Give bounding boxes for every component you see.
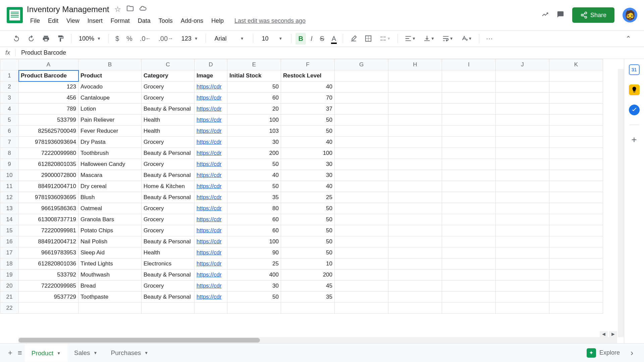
cell[interactable]: Beauty & Personal [142,292,195,303]
cell[interactable]: 30 [227,137,281,148]
cell[interactable]: Beauty & Personal [142,170,195,181]
collapse-sidepanel-button[interactable]: › [625,348,639,358]
cell[interactable]: Restock Level [281,70,335,81]
add-addon-icon[interactable]: + [629,134,640,145]
cell[interactable]: Oatmeal [78,203,142,214]
cell[interactable]: Lotion [78,104,142,115]
comments-icon[interactable] [557,10,564,20]
menu-addons[interactable]: Add-ons [177,16,207,26]
cell[interactable]: https://cdr [195,126,227,137]
user-avatar[interactable]: 🧔 [623,8,637,22]
cell[interactable]: Electronics [142,258,195,269]
cell[interactable]: https://cdr [195,236,227,247]
column-header-D[interactable]: D [195,59,227,70]
cell[interactable]: 40 [227,170,281,181]
cell[interactable]: https://cdr [195,148,227,159]
cell[interactable]: Grocery [142,159,195,170]
cell[interactable] [388,292,442,303]
cell[interactable]: 50 [227,181,281,192]
column-header-C[interactable]: C [142,59,195,70]
borders-button[interactable] [362,33,375,44]
cell[interactable]: 40 [281,81,335,93]
cell[interactable] [549,214,603,225]
menu-view[interactable]: View [63,16,83,26]
cell[interactable]: 789 [19,104,78,115]
increase-decimal-button[interactable]: .00→ [156,33,176,45]
cell[interactable]: 50 [281,203,335,214]
cell[interactable] [549,292,603,303]
cell[interactable] [335,303,388,314]
cell[interactable] [335,115,388,126]
cell[interactable]: Grocery [142,225,195,236]
cell[interactable] [496,225,549,236]
cell[interactable]: https://cdr [195,269,227,281]
cell[interactable]: 96619586363 [19,203,78,214]
cell[interactable]: 35 [227,192,281,203]
cell[interactable]: 50 [281,236,335,247]
strikethrough-button[interactable]: S [317,33,327,45]
all-sheets-button[interactable]: ≡ [15,345,25,361]
column-header-H[interactable]: H [388,59,442,70]
cell[interactable] [496,292,549,303]
cell[interactable] [388,115,442,126]
font-select[interactable]: Arial▼ [210,33,249,44]
cell[interactable]: Initial Stock [227,70,281,81]
cell[interactable]: 60 [227,93,281,104]
cell[interactable]: 50 [281,225,335,236]
cell[interactable] [195,303,227,314]
italic-button[interactable]: I [308,33,315,45]
cell[interactable] [335,93,388,104]
cell[interactable] [496,181,549,192]
cell[interactable] [442,70,496,81]
row-header[interactable]: 5 [0,115,19,126]
cell[interactable] [442,203,496,214]
cell[interactable] [442,236,496,247]
row-header[interactable]: 21 [0,292,19,303]
cell[interactable] [335,126,388,137]
cell[interactable]: 72220099981 [19,225,78,236]
cell[interactable]: https://cdr [195,181,227,192]
cell[interactable] [549,93,603,104]
vertical-scrollbar[interactable] [618,69,624,337]
cell[interactable]: Grocery [142,93,195,104]
horizontal-align-button[interactable]: ▼ [402,33,419,44]
cell[interactable]: 612820801035 [19,159,78,170]
cell[interactable] [388,104,442,115]
menu-data[interactable]: Data [135,16,154,26]
cell[interactable]: 50 [281,115,335,126]
tasks-icon[interactable] [629,105,640,115]
cell[interactable] [388,93,442,104]
cell[interactable] [227,303,281,314]
cell[interactable] [549,236,603,247]
cell[interactable]: 72220099985 [19,281,78,292]
cell[interactable] [549,225,603,236]
cell[interactable]: Bread [78,281,142,292]
formula-input[interactable] [16,49,641,56]
paint-format-button[interactable] [54,33,67,44]
cell[interactable]: https://cdr [195,159,227,170]
collapse-toolbar-button[interactable]: ⌃ [623,33,634,45]
cell[interactable] [549,137,603,148]
cell[interactable]: Tinted Lights [78,258,142,269]
cell[interactable]: 9781936093695 [19,192,78,203]
cell[interactable] [335,247,388,258]
cell[interactable]: Fever Reducer [78,126,142,137]
cell[interactable]: 533792 [19,269,78,281]
cell[interactable] [388,281,442,292]
cell[interactable]: 25 [281,192,335,203]
select-all-corner[interactable] [0,59,19,70]
cell[interactable] [496,126,549,137]
cell[interactable]: 25 [227,258,281,269]
cell[interactable]: 825625700049 [19,126,78,137]
cell[interactable] [496,81,549,93]
menu-help[interactable]: Help [208,16,227,26]
cell[interactable]: Health [142,115,195,126]
cell[interactable] [335,159,388,170]
cell[interactable]: 80 [227,203,281,214]
row-header[interactable]: 17 [0,247,19,258]
cell[interactable]: 9781936093694 [19,137,78,148]
cell[interactable] [549,115,603,126]
cell[interactable] [496,247,549,258]
cell[interactable] [388,70,442,81]
cell[interactable] [442,148,496,159]
